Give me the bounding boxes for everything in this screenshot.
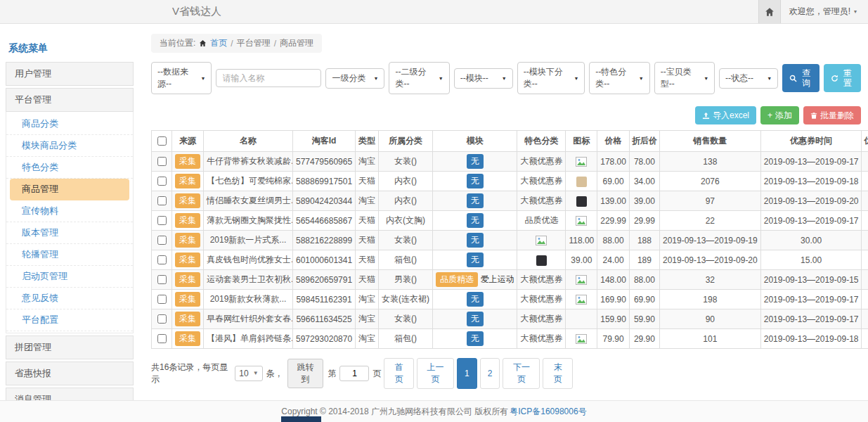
product-type: 淘宝 [356, 329, 379, 349]
page-footer: Copyright © 2014-2018 广州九驰网络科技有限公司 版权所有 … [0, 400, 868, 422]
home-button[interactable] [758, 0, 781, 23]
import-icon [702, 112, 710, 120]
price: 178.00 [597, 152, 630, 172]
coupon-amount: 30.00 [760, 231, 862, 250]
product-name: 【港风】单肩斜跨链条... [204, 329, 293, 349]
row-checkbox[interactable] [157, 334, 167, 343]
breadcrumb-label: 当前位置: [160, 37, 195, 49]
sidebar-group[interactable]: 拼团管理 [6, 335, 134, 359]
module-cell: 无 [433, 191, 517, 211]
page-button[interactable]: 上一页 [417, 358, 454, 389]
table-row: 采集 【港风】单肩斜跨链条... 597293020870 淘宝 箱包() 无 … [152, 329, 868, 349]
row-checkbox[interactable] [157, 216, 167, 225]
product-type: 天猫 [356, 270, 379, 290]
product-type: 淘宝 [356, 152, 379, 172]
module-cell: 无 [433, 152, 517, 172]
reset-button[interactable]: 重置 [824, 64, 861, 93]
coupon-amount: 100.00 [862, 290, 868, 309]
search-button[interactable]: 查询 [782, 64, 820, 93]
coupon-time: 2019-09-13—2019-09-18 [760, 172, 862, 191]
sidebar-subitem[interactable]: 版本管理 [6, 222, 133, 244]
jump-button[interactable]: 跳转到 [287, 359, 324, 388]
sidebar-group-users[interactable]: 用户管理 [6, 62, 134, 86]
table-row: 采集 真皮钱包时尚优雅女士... 601000601341 天猫 箱包() 无 [152, 250, 868, 270]
product-type: 淘宝 [356, 290, 379, 309]
discount-price: 39.00 [629, 191, 659, 211]
page-button[interactable]: 首页 [384, 358, 414, 389]
coupon-amount: 35.00 [862, 172, 868, 191]
import-excel-button[interactable]: 导入excel [695, 106, 756, 124]
source-badge: 采集 [175, 331, 200, 346]
module-none-badge: 无 [467, 252, 484, 267]
sidebar-subitem[interactable]: 启动页管理 [6, 266, 133, 288]
icon-cell [566, 290, 597, 309]
select-all-checkbox[interactable] [157, 136, 167, 146]
sidebar-group[interactable]: 消息管理 [6, 388, 134, 400]
row-checkbox[interactable] [157, 275, 167, 284]
row-checkbox[interactable] [157, 295, 167, 304]
user-dropdown[interactable]: 欢迎您，管理员! ▾ [789, 6, 857, 18]
filter-select[interactable]: --模块下分类-- ▼ [517, 62, 585, 94]
coupon-amount: 50.00 [862, 329, 868, 349]
sidebar-subitem[interactable]: 意见反馈 [6, 288, 133, 309]
sidebar-subitem[interactable]: 平台配置 [6, 309, 133, 331]
source-badge: 采集 [175, 174, 200, 188]
app-title: V省钱达人 [172, 5, 221, 18]
source-badge: 采集 [175, 213, 200, 228]
sales-count: 32 [659, 270, 760, 290]
filter-select[interactable]: --宝贝类型-- ▼ [654, 62, 715, 94]
sales-count: 198 [659, 290, 760, 309]
sidebar-submenu: 商品分类 模块商品分类 特色分类 商品管理 宣传物料 版本管理 轮播管理 启动页… [6, 112, 134, 333]
filter-select[interactable]: --状态-- ▼ [719, 68, 778, 89]
sidebar-subitem[interactable]: 轮播管理 [6, 244, 133, 266]
sidebar-subitem[interactable]: 商品分类 [6, 113, 133, 135]
sidebar-group[interactable]: 省惠快报 [6, 362, 134, 385]
price: 39.00 [566, 250, 597, 270]
sidebar-group-platform[interactable]: 平台管理 [6, 88, 134, 112]
page-size-select[interactable]: 10 ▼ [235, 366, 262, 381]
table-row: 采集 早春网红针织外套女春... 596611634525 淘宝 女装() 无 … [152, 309, 868, 329]
column-header: 名称 [204, 131, 293, 152]
page-button[interactable]: 下一页 [503, 358, 540, 389]
icp-link[interactable]: 粤ICP备16098006号 [510, 406, 586, 418]
column-header: 优惠券时间 [760, 131, 862, 152]
filter-select[interactable]: --二级分类-- ▼ [389, 62, 449, 94]
name-search-input[interactable] [216, 69, 321, 87]
product-category: 男装() [379, 270, 433, 290]
row-checkbox[interactable] [157, 255, 167, 264]
row-checkbox[interactable] [157, 236, 167, 245]
add-button[interactable]: + 添加 [760, 106, 799, 124]
taoke-id: 588869917501 [293, 172, 356, 191]
filter-select[interactable]: 一级分类 ▼ [325, 68, 384, 89]
module-tag-badge: 品质精选 [436, 272, 478, 287]
source-badge: 采集 [175, 252, 200, 267]
feature-category: 大额优惠券 [517, 191, 566, 211]
sidebar-subitem[interactable]: 商品管理 [10, 179, 129, 200]
sales-count: 138 [659, 152, 760, 172]
filter-select[interactable]: --特色分类-- ▼ [589, 62, 649, 94]
sidebar-subitem[interactable]: 宣传物料 [6, 200, 133, 222]
sidebar-subitem[interactable]: 模块商品分类 [6, 135, 133, 157]
source-badge: 采集 [175, 154, 200, 169]
column-header: 折后价 [629, 131, 659, 152]
filter-select[interactable]: --模块-- ▼ [454, 68, 513, 89]
row-checkbox[interactable] [157, 196, 167, 205]
batch-delete-button[interactable]: 批量删除 [803, 106, 861, 124]
coupon-time: 2019-09-13—2019-09-17 [760, 211, 862, 231]
page-button[interactable]: 2 [480, 358, 500, 389]
page-button[interactable]: 1 [457, 358, 477, 389]
sidebar-subitem[interactable]: 特色分类 [6, 157, 133, 179]
breadcrumb-home-link[interactable]: 首页 [210, 37, 227, 49]
top-bar: V省钱达人 欢迎您，管理员! ▾ [0, 0, 868, 24]
page-button[interactable]: 末页 [543, 358, 573, 389]
icon-cell [566, 329, 597, 349]
product-thumbnail [576, 157, 587, 167]
select-caret-icon: ▼ [639, 76, 644, 81]
data-source-select[interactable]: --数据来源-- ▼ [151, 62, 212, 94]
source-badge: 采集 [175, 292, 200, 307]
column-header: 优惠券金额 [862, 131, 868, 152]
row-checkbox[interactable] [157, 177, 167, 186]
row-checkbox[interactable] [157, 157, 167, 166]
row-checkbox[interactable] [157, 314, 167, 324]
page-number-input[interactable] [339, 366, 369, 381]
